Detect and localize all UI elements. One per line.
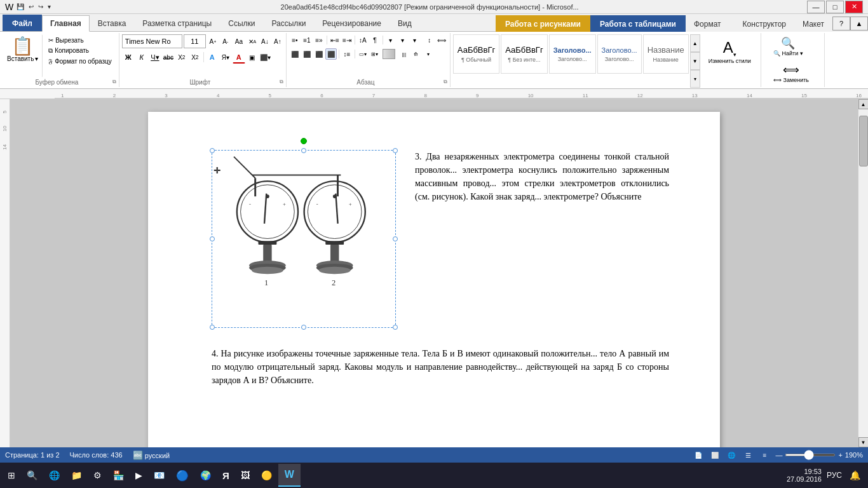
taskbar-app1[interactable]: 🔵 xyxy=(171,464,194,487)
list-dropdown3[interactable]: ▾ xyxy=(409,34,421,46)
font-menu-btn[interactable]: ▣ xyxy=(246,51,259,64)
col3[interactable]: ▾ xyxy=(423,48,434,60)
minimize-ribbon-btn[interactable]: ▲ xyxy=(850,17,868,30)
minimize-btn[interactable]: — xyxy=(807,1,825,13)
style-title[interactable]: Название Название xyxy=(643,34,689,74)
styles-scroll-down[interactable]: ▼ xyxy=(690,52,700,70)
vertical-scrollbar[interactable]: ▲ ▼ xyxy=(858,99,868,447)
taskbar-app2[interactable]: 🟡 xyxy=(256,464,277,487)
zoom-in-btn[interactable]: + xyxy=(838,451,842,459)
tab-home[interactable]: Главная xyxy=(42,15,90,32)
taskbar-store[interactable]: 🏪 xyxy=(108,464,129,487)
list-dropdown1[interactable]: ▾ xyxy=(385,34,397,46)
find-button[interactable]: 🔍 🔍 Найти ▾ xyxy=(770,34,806,58)
image-container[interactable]: ✛ xyxy=(212,150,396,328)
zoom-slider[interactable] xyxy=(785,454,836,456)
change-styles-btn[interactable]: A▾ Изменить стили xyxy=(704,37,756,67)
resize-handle-bc[interactable] xyxy=(301,325,306,330)
underline-button[interactable]: Ч▾ xyxy=(149,51,161,64)
font-grow-btn[interactable]: A+ xyxy=(207,36,219,47)
clear-formatting-btn[interactable]: ✕A xyxy=(247,36,258,47)
tab-review[interactable]: Рецензирование xyxy=(314,15,390,31)
taskbar-edge[interactable]: 🌐 xyxy=(44,464,65,487)
font-extra2-btn[interactable]: A↑ xyxy=(272,36,283,47)
close-btn[interactable]: ✕ xyxy=(845,1,863,13)
borders-btn[interactable]: ⊞▾ xyxy=(369,48,381,60)
taskbar-chrome[interactable]: 🌍 xyxy=(195,464,216,487)
tab-constructor[interactable]: Конструктор xyxy=(735,15,794,32)
list-dropdown2[interactable]: ▾ xyxy=(397,34,409,46)
tab-mailings[interactable]: Рассылки xyxy=(263,15,314,31)
taskbar-photos[interactable]: 🖼 xyxy=(236,464,255,487)
maximize-btn[interactable]: □ xyxy=(826,1,844,13)
font-size-input[interactable]: 11 xyxy=(184,34,206,48)
style-normal[interactable]: АаБбВвГг ¶ Обычный xyxy=(453,34,499,74)
text-highlight-btn[interactable]: Я▾ xyxy=(219,51,232,64)
resize-handle-tr[interactable] xyxy=(393,148,398,153)
tab-format[interactable]: Формат xyxy=(686,15,729,32)
style-heading1[interactable]: Заголово... Заголово... xyxy=(549,34,596,74)
taskbar-explorer[interactable]: 📁 xyxy=(66,464,87,487)
italic-button[interactable]: К xyxy=(135,51,148,64)
cut-button[interactable]: ✂ Вырезать xyxy=(45,36,114,45)
scroll-down-btn[interactable]: ▼ xyxy=(858,437,869,447)
start-button[interactable]: ⊞ xyxy=(3,464,20,487)
notification-btn[interactable]: 🔔 xyxy=(844,464,865,487)
tab-drawing-tools[interactable]: Работа с рисунками xyxy=(496,15,590,32)
sort-btn[interactable]: ↕A xyxy=(357,34,369,46)
tab-layout[interactable]: Макет xyxy=(794,15,832,32)
format-painter-button[interactable]: 𝔉 Формат по образцу xyxy=(45,57,114,67)
col2[interactable]: ⟰ xyxy=(410,48,422,60)
strikethrough-button[interactable]: abc xyxy=(162,51,175,64)
shading-btn[interactable]: ▭▾ xyxy=(357,48,369,60)
align-center-btn[interactable]: ⬛ xyxy=(301,48,313,60)
list-number-btn[interactable]: ≡1 xyxy=(301,34,313,46)
col1[interactable]: ||| xyxy=(398,48,410,60)
tab-view[interactable]: Вид xyxy=(390,15,420,31)
paste-button[interactable]: 📋 Вставить ▾ xyxy=(3,34,43,78)
superscript-button[interactable]: Х2 xyxy=(189,51,201,64)
show-marks-btn[interactable]: ¶ xyxy=(369,34,381,46)
styles-expand[interactable]: ▾ xyxy=(690,70,700,88)
font-expand-btn[interactable]: ⧉ xyxy=(280,79,283,85)
scroll-thumb[interactable] xyxy=(859,116,868,166)
view-fullscreen-btn[interactable]: ⬜ xyxy=(709,449,721,461)
para-extra1[interactable]: ↕ xyxy=(424,34,435,46)
copy-button[interactable]: ⧉ Копировать xyxy=(45,46,114,56)
taskbar-mail[interactable]: 📧 xyxy=(149,464,170,487)
tab-table-tools[interactable]: Работа с таблицами xyxy=(590,15,686,32)
list-bullet-btn[interactable]: ≡• xyxy=(289,34,301,46)
resize-handle-ml[interactable] xyxy=(210,236,215,241)
image-move-handle[interactable]: ✛ xyxy=(214,165,220,177)
qa-dropdown-btn[interactable]: ▾ xyxy=(46,3,52,11)
change-case-btn[interactable]: Aa xyxy=(233,36,245,47)
zoom-out-btn[interactable]: — xyxy=(775,451,782,459)
resize-handle-tl[interactable] xyxy=(210,148,215,153)
resize-handle-br[interactable] xyxy=(393,325,398,330)
font-color-btn[interactable]: А xyxy=(233,51,245,64)
increase-indent-btn[interactable]: ≡⇥ xyxy=(341,34,353,46)
view-print-btn[interactable]: 📄 xyxy=(693,449,704,461)
tab-insert[interactable]: Вставка xyxy=(90,15,135,31)
text-effect-btn[interactable]: A xyxy=(206,51,219,64)
taskbar-yandex[interactable]: Я xyxy=(217,464,234,487)
taskbar-word-active[interactable]: W xyxy=(278,464,301,487)
justify-btn[interactable]: ⬛ xyxy=(325,48,337,60)
tab-references[interactable]: Ссылки xyxy=(220,15,263,31)
clipboard-expand-btn[interactable]: ⧉ xyxy=(112,79,116,85)
line-spacing-btn[interactable]: ↕≡ xyxy=(341,48,353,60)
redo-quick-btn[interactable]: ↪ xyxy=(37,3,44,11)
resize-handle-bl[interactable] xyxy=(210,325,215,330)
style-heading2[interactable]: Заголово... Заголово... xyxy=(597,34,642,74)
replace-button[interactable]: ⟺ ⟺ Заменить xyxy=(770,61,812,85)
scroll-up-btn[interactable]: ▲ xyxy=(858,99,869,109)
font-shrink-btn[interactable]: A- xyxy=(220,36,231,47)
view-draft-btn[interactable]: ≡ xyxy=(759,449,770,461)
resize-handle-tc[interactable] xyxy=(301,148,306,153)
bold-button[interactable]: Ж xyxy=(122,51,135,64)
font-name-input[interactable]: Times New Ro xyxy=(122,34,182,48)
styles-scroll-up[interactable]: ▲ xyxy=(690,34,700,52)
document-area[interactable]: ✛ xyxy=(10,99,858,447)
subscript-button[interactable]: Х2 xyxy=(175,51,188,64)
tab-page-layout[interactable]: Разметка страницы xyxy=(134,15,220,31)
